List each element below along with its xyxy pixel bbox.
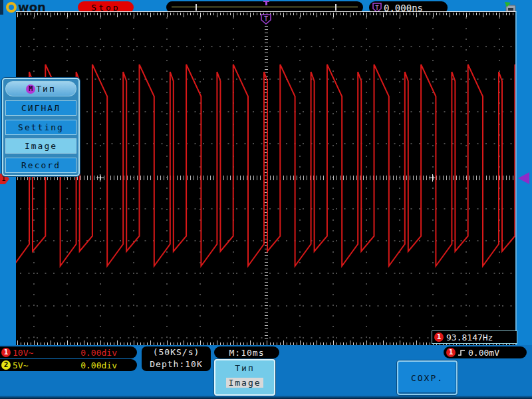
bottom-edge <box>0 396 532 399</box>
m-badge-icon: M <box>26 84 35 94</box>
type-selector[interactable]: Тип Image <box>214 359 275 396</box>
ch2-position: 0.00div <box>80 360 117 370</box>
ch2-badge-icon: 2 <box>1 360 11 370</box>
menu-item-type-header[interactable]: M Тип <box>5 81 76 96</box>
softmenu-panel: M Тип СИГНАЛ Setting Image Record <box>2 78 80 176</box>
menu-item-signal[interactable]: СИГНАЛ <box>5 100 76 116</box>
ch1-status-row: 1 10V~ 0.00div <box>0 346 137 358</box>
ch1-scale: 10V~ <box>13 348 33 358</box>
menu-item-image[interactable]: Image <box>5 138 76 154</box>
window-left-tick <box>196 4 197 11</box>
trigger-channel-badge-icon: 1 <box>446 348 456 357</box>
memory-window-line <box>172 7 358 7</box>
logo-ring-icon <box>6 2 17 13</box>
rising-edge-icon <box>458 348 466 357</box>
type-value: Image <box>226 378 263 388</box>
timebase-box: M:10ms <box>214 346 279 358</box>
svg-text:T: T <box>264 15 268 23</box>
trigger-level-arrow-icon <box>518 172 529 184</box>
trigger-level-value: 0.00mV <box>468 348 499 358</box>
menu-item-setting[interactable]: Setting <box>5 120 76 135</box>
top-left-corner <box>0 0 3 15</box>
trigger-status-box: 1 0.00mV <box>444 346 527 358</box>
acquisition-info-box: (50KS/s) Depth:10K <box>142 346 211 371</box>
save-button[interactable]: СОХР. <box>397 360 458 395</box>
window-right-tick <box>335 4 336 11</box>
ch1-position: 0.00div <box>80 348 117 358</box>
sample-rate: (50KS/s) <box>142 346 211 358</box>
ch1-badge-icon: 1 <box>434 332 444 342</box>
trigger-horizontal-marker-icon: T <box>261 14 272 25</box>
oscilloscope-screen: won Stop T 0.000ns T 1 1 93.8147Hz <box>0 0 532 399</box>
menu-header-label: Тип <box>36 84 55 94</box>
ch1-badge-icon: 1 <box>1 348 11 357</box>
ch2-scale: 5V~ <box>13 360 28 370</box>
record-depth: Depth:10K <box>142 358 211 370</box>
waveform-svg <box>16 12 515 346</box>
frequency-value: 93.8147Hz <box>446 332 493 342</box>
trigger-t-icon-stem <box>265 1 267 5</box>
svg-text:T: T <box>375 5 379 11</box>
menu-item-record[interactable]: Record <box>5 158 76 173</box>
frequency-badge: 1 93.8147Hz <box>432 331 517 344</box>
waveform-display: T <box>16 11 517 346</box>
type-label: Тип <box>215 363 274 373</box>
ch2-status-row: 2 5V~ 0.00div <box>0 359 137 371</box>
